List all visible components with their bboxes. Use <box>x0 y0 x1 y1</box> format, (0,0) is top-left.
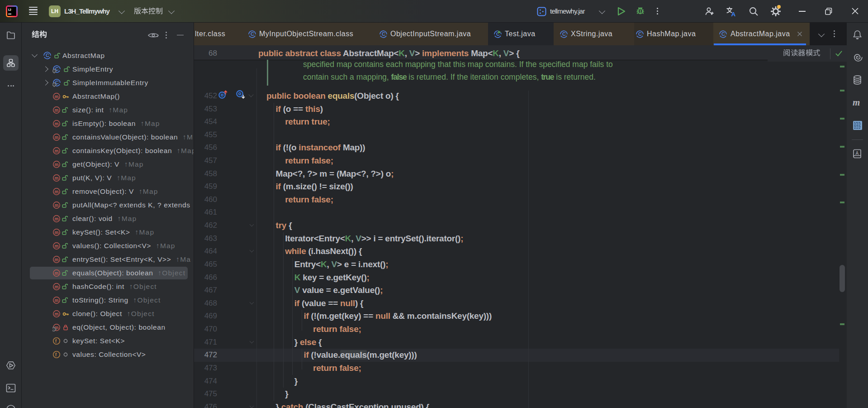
svg-text:m: m <box>55 271 59 276</box>
svg-text:IJ: IJ <box>8 8 11 12</box>
svg-text:C: C <box>46 53 49 58</box>
svg-text:m: m <box>55 230 59 235</box>
svg-text:m: m <box>55 108 59 113</box>
svg-text:m: m <box>55 312 59 317</box>
svg-text:C: C <box>562 31 566 37</box>
svg-text:C: C <box>638 31 642 37</box>
svg-text:m: m <box>55 94 59 99</box>
svg-text:C: C <box>382 31 385 37</box>
svg-text:m: m <box>55 149 59 154</box>
svg-text:m: m <box>55 162 59 167</box>
svg-text:m: m <box>55 257 59 262</box>
svg-text:m: m <box>55 176 59 181</box>
svg-text:m: m <box>55 203 59 208</box>
svg-text:A: A <box>731 11 736 17</box>
svg-text:m: m <box>55 135 59 140</box>
svg-text:m: m <box>55 284 59 289</box>
svg-text:C: C <box>721 31 725 37</box>
svg-text:C: C <box>251 31 254 37</box>
svg-text:m: m <box>55 189 59 194</box>
svg-text:m: m <box>55 216 59 221</box>
svg-text:A: A <box>856 151 859 156</box>
svg-text:f: f <box>55 338 57 344</box>
svg-text:m: m <box>55 298 59 303</box>
svg-text:m: m <box>55 121 59 126</box>
svg-text:f: f <box>55 352 57 357</box>
svg-text:m: m <box>55 244 59 249</box>
